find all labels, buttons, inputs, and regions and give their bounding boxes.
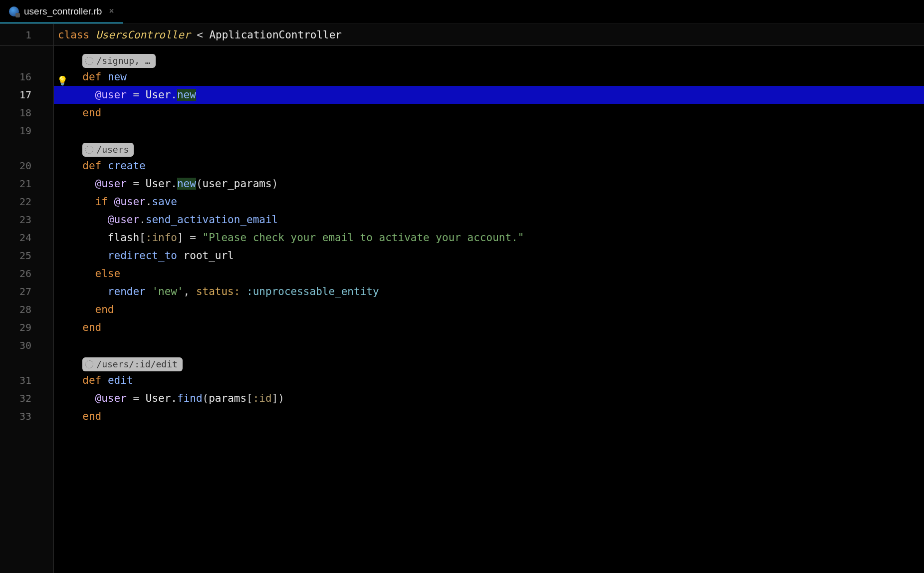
close-icon[interactable]: × (109, 6, 114, 16)
code-line[interactable]: @user.send_activation_email (54, 211, 924, 229)
line-number[interactable]: 28 (0, 300, 53, 318)
code-line[interactable]: @user = User.new(user_params) (54, 175, 924, 193)
code-line[interactable]: @user = User.find(params[:id]) (54, 389, 924, 407)
code-line[interactable]: def create (54, 157, 924, 175)
globe-icon (85, 57, 93, 65)
code-line[interactable]: redirect_to root_url (54, 247, 924, 265)
ruby-file-icon (9, 6, 19, 16)
gutter: 1 16 17 18 19 20 21 22 23 24 25 26 27 28… (0, 24, 54, 573)
tab-filename: users_controller.rb (24, 6, 102, 17)
code-line[interactable]: end (54, 318, 924, 336)
line-number[interactable] (0, 140, 53, 157)
route-inlay-hint[interactable]: /signup, … (82, 54, 155, 68)
code-line[interactable]: flash[:info] = "Please check your email … (54, 229, 924, 247)
route-inlay-row: /users (54, 140, 924, 157)
line-number[interactable]: 27 (0, 283, 53, 300)
code-line-current[interactable]: @user = User.new (54, 86, 924, 104)
code-line[interactable] (54, 336, 924, 354)
line-number[interactable]: 33 (0, 407, 53, 425)
tab-bar: users_controller.rb × (0, 0, 924, 24)
code-line[interactable]: 💡 def new (54, 68, 924, 86)
code-line[interactable]: render 'new', status: :unprocessable_ent… (54, 283, 924, 300)
route-inlay-row: /signup, … (54, 51, 924, 68)
code-line[interactable]: def edit (54, 371, 924, 389)
line-number[interactable]: 24 (0, 229, 53, 247)
route-inlay-hint[interactable]: /users/:id/edit (82, 357, 183, 371)
line-number-current[interactable]: 17 (0, 86, 53, 104)
line-number[interactable]: 21 (0, 175, 53, 193)
code-line[interactable]: if @user.save (54, 193, 924, 211)
line-number[interactable]: 32 (0, 389, 53, 407)
globe-icon (85, 360, 93, 368)
code-line[interactable]: end (54, 407, 924, 425)
sticky-scroll-line[interactable]: class UsersController < ApplicationContr… (54, 24, 924, 46)
line-number[interactable]: 23 (0, 211, 53, 229)
line-number[interactable]: 19 (0, 122, 53, 140)
globe-icon (85, 146, 93, 154)
line-number[interactable]: 1 (0, 24, 53, 46)
route-inlay-hint[interactable]: /users (82, 143, 134, 157)
line-number[interactable] (0, 51, 53, 68)
line-number[interactable]: 18 (0, 104, 53, 122)
line-number[interactable]: 26 (0, 265, 53, 283)
line-number[interactable]: 25 (0, 247, 53, 265)
route-inlay-row: /users/:id/edit (54, 354, 924, 371)
line-number[interactable]: 29 (0, 318, 53, 336)
code-line[interactable]: end (54, 300, 924, 318)
code-editor[interactable]: 1 16 17 18 19 20 21 22 23 24 25 26 27 28… (0, 24, 924, 573)
code-line[interactable] (54, 122, 924, 140)
code-area[interactable]: class UsersController < ApplicationContr… (54, 24, 924, 573)
line-number[interactable]: 30 (0, 336, 53, 354)
code-line[interactable]: else (54, 265, 924, 283)
code-line[interactable]: end (54, 104, 924, 122)
line-number[interactable]: 20 (0, 157, 53, 175)
line-number[interactable]: 31 (0, 371, 53, 389)
line-number[interactable] (0, 354, 53, 371)
line-number[interactable]: 16 (0, 68, 53, 86)
tab-active[interactable]: users_controller.rb × (0, 0, 123, 23)
line-number[interactable]: 22 (0, 193, 53, 211)
